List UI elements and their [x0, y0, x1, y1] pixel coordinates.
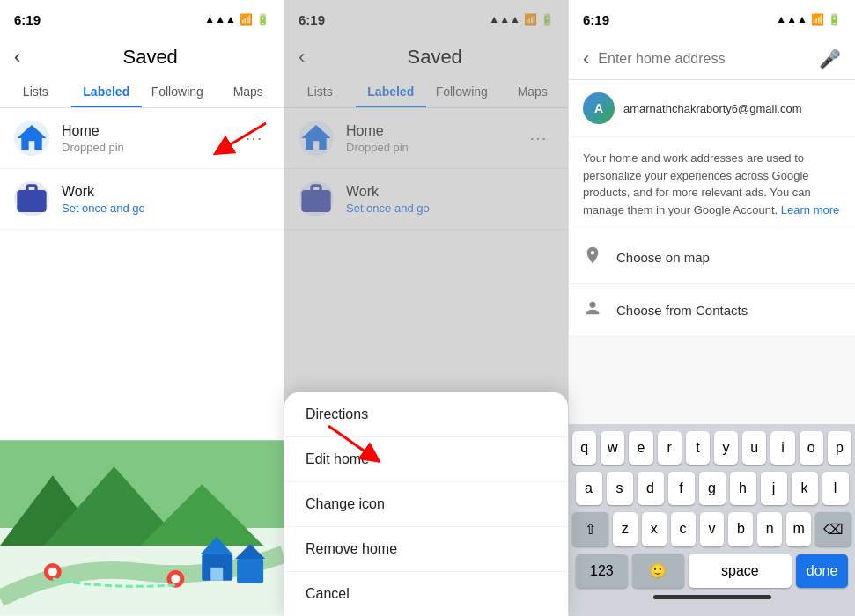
svg-rect-9 — [237, 559, 263, 583]
key-i[interactable]: i — [770, 431, 794, 465]
choose-contacts-option[interactable]: Choose from Contacts — [569, 284, 855, 337]
svg-rect-8 — [210, 568, 223, 581]
back-button-3[interactable]: ‹ — [583, 48, 589, 70]
arrow-annotation-2 — [311, 417, 399, 473]
wifi-icon-3: 📶 — [811, 13, 824, 26]
sheet-cancel[interactable]: Cancel — [284, 572, 568, 616]
key-backspace[interactable]: ⌫ — [815, 512, 851, 546]
panel-1: 6:19 ▲▲▲ 📶 🔋 ‹ Saved Lists Labeled Follo… — [0, 0, 284, 616]
account-email: amarnathchakraborty6@gmail.com — [623, 102, 802, 115]
key-y[interactable]: y — [714, 431, 738, 465]
battery-icon-1: 🔋 — [256, 13, 269, 26]
home-address-input[interactable] — [598, 51, 810, 67]
svg-line-15 — [328, 426, 372, 457]
svg-point-14 — [171, 575, 180, 583]
panel-3: 6:19 ▲▲▲ 📶 🔋 ‹ 🎤 A amarnathchakraborty6@… — [569, 0, 855, 616]
key-e[interactable]: e — [629, 431, 652, 465]
key-o[interactable]: o — [800, 431, 823, 465]
key-t[interactable]: t — [686, 431, 710, 465]
map-pin-icon — [583, 246, 602, 269]
key-d[interactable]: d — [638, 472, 664, 505]
empty-space — [569, 337, 855, 424]
key-r[interactable]: r — [658, 431, 682, 465]
signal-icon-3: ▲▲▲ — [776, 13, 807, 26]
status-icons-3: ▲▲▲ 📶 🔋 — [776, 13, 841, 26]
sheet-remove-home[interactable]: Remove home — [284, 527, 568, 572]
kb-row-3: ⇧ z x c v b n m ⌫ — [572, 512, 851, 546]
battery-icon-3: 🔋 — [828, 13, 841, 26]
key-space[interactable]: space — [689, 554, 792, 588]
account-row: A amarnathchakraborty6@gmail.com — [569, 80, 855, 137]
choose-map-label: Choose on map — [616, 250, 710, 265]
kb-row-4: 123 🙂 space done — [572, 554, 851, 588]
key-l[interactable]: l — [822, 472, 849, 505]
choose-contacts-label: Choose from Contacts — [616, 303, 748, 318]
choose-on-map-option[interactable]: Choose on map — [569, 231, 855, 284]
key-m[interactable]: m — [786, 512, 811, 546]
signal-icon-1: ▲▲▲ — [204, 13, 236, 26]
tab-maps-1[interactable]: Maps — [213, 76, 284, 107]
key-shift[interactable]: ⇧ — [572, 512, 608, 546]
work-icon-1 — [14, 181, 49, 216]
tabs-1: Lists Labeled Following Maps — [0, 76, 284, 108]
key-g[interactable]: g — [699, 472, 726, 505]
key-u[interactable]: u — [742, 431, 766, 465]
status-bar-3: 6:19 ▲▲▲ 📶 🔋 — [569, 0, 855, 39]
key-s[interactable]: s — [607, 472, 633, 505]
time-3: 6:19 — [583, 12, 609, 27]
key-n[interactable]: n — [757, 512, 782, 546]
avatar: A — [583, 92, 615, 124]
key-a[interactable]: a — [576, 472, 602, 505]
tab-lists-1[interactable]: Lists — [0, 76, 71, 107]
kb-bottom-bar — [572, 595, 851, 612]
svg-point-12 — [48, 568, 57, 576]
search-header: ‹ 🎤 — [569, 39, 855, 80]
key-x[interactable]: x — [642, 512, 667, 546]
contacts-icon — [583, 298, 602, 322]
kb-row-2: a s d f g h j k l — [572, 472, 851, 505]
key-emoji[interactable]: 🙂 — [632, 554, 684, 588]
tab-labeled-1[interactable]: Labeled — [71, 76, 143, 107]
work-text-1: Work Set once and go — [62, 184, 269, 215]
key-k[interactable]: k — [792, 472, 818, 505]
sheet-change-icon[interactable]: Change icon — [284, 482, 568, 527]
status-bar-1: 6:19 ▲▲▲ 📶 🔋 — [0, 0, 284, 39]
sheet-overlay[interactable] — [284, 0, 568, 440]
key-z[interactable]: z — [613, 512, 638, 546]
header-1: ‹ Saved — [0, 39, 284, 76]
mic-icon[interactable]: 🎤 — [819, 48, 841, 70]
key-v[interactable]: v — [700, 512, 725, 546]
home-icon-1 — [14, 121, 49, 156]
wifi-icon-1: 📶 — [240, 13, 253, 26]
status-icons-1: ▲▲▲ 📶 🔋 — [204, 13, 269, 26]
key-q[interactable]: q — [572, 431, 596, 465]
key-p[interactable]: p — [828, 431, 851, 465]
time-1: 6:19 — [14, 12, 41, 27]
key-w[interactable]: w — [601, 431, 624, 465]
back-button-1[interactable]: ‹ — [14, 46, 20, 69]
info-text: Your home and work addresses are used to… — [569, 137, 855, 231]
learn-more-link[interactable]: Learn more — [781, 203, 839, 216]
svg-line-0 — [222, 123, 266, 150]
tab-following-1[interactable]: Following — [142, 76, 213, 107]
key-f[interactable]: f — [668, 472, 695, 505]
list-item-work-1[interactable]: Work Set once and go — [0, 169, 284, 230]
key-numbers[interactable]: 123 — [576, 554, 628, 588]
page-title-1: Saved — [31, 46, 269, 69]
key-j[interactable]: j — [761, 472, 787, 505]
kb-row-1: q w e r t y u i o p — [572, 431, 851, 465]
key-h[interactable]: h — [730, 472, 756, 505]
home-indicator — [653, 595, 771, 599]
key-b[interactable]: b — [728, 512, 753, 546]
key-done[interactable]: done — [796, 554, 848, 588]
map-illustration-1 — [0, 440, 284, 616]
key-c[interactable]: c — [671, 512, 696, 546]
arrow-annotation-1 — [195, 114, 275, 171]
panel-2: 6:19 ▲▲▲ 📶 🔋 ‹ Saved Lists Labeled Follo… — [284, 0, 569, 616]
keyboard: q w e r t y u i o p a s d f g h j k l ⇧ … — [569, 424, 855, 616]
